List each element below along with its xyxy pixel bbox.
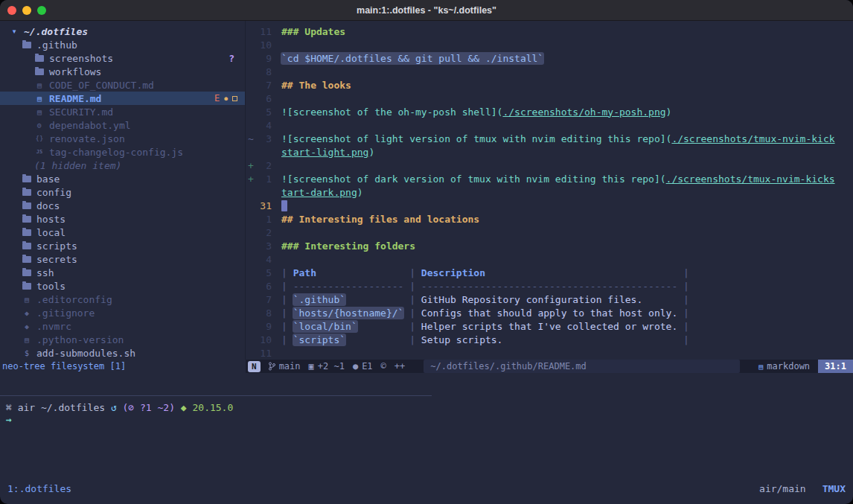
python-icon: ▤ (22, 336, 32, 344)
statusline-row: neo-tree filesystem [1] N main ▣ +2 ~1 ●… (0, 360, 853, 373)
buffer-line[interactable]: 2 (246, 226, 853, 239)
traffic-lights (0, 6, 46, 15)
line-number: 10 (255, 39, 272, 51)
line-text: start-light.png) (281, 147, 374, 158)
buffer-line[interactable]: start-light.png) (246, 145, 853, 159)
tree-item-python-version[interactable]: ▤.python-version (0, 333, 245, 346)
tree-item-add-submodules-sh[interactable]: $add-submodules.sh (0, 346, 245, 360)
buffer-line[interactable]: 11### Updates (246, 25, 853, 38)
tree-item-security-md[interactable]: ▤SECURITY.md (0, 105, 245, 118)
tree-item-code-of-conduct-md[interactable]: ▤CODE_OF_CONDUCT.md (0, 78, 245, 92)
buffer-line[interactable]: 8| `hosts/{hostname}/` | Configs that sh… (246, 306, 853, 319)
filetype-label: markdown (767, 361, 810, 371)
buffer-line[interactable]: 5![screenshot of the oh-my-posh shell](.… (246, 105, 853, 118)
tree-item-1-hidden-item[interactable]: (1 hidden item) (0, 159, 245, 172)
line-text: ### Updates (281, 26, 345, 37)
folder-icon (35, 68, 44, 75)
tree-item-label: .nvmrc (36, 321, 71, 332)
tree-item-base[interactable]: base (0, 172, 245, 185)
line-text: `cd $HOME/.dotfiles && git pull && ./ins… (281, 53, 543, 64)
folder-icon (22, 216, 31, 223)
cursor-position: 31:1 (818, 360, 853, 373)
tree-item-label: .github (36, 39, 77, 51)
folder-icon (22, 243, 32, 249)
tree-item-screenshots[interactable]: screenshots? (0, 51, 245, 65)
terminal-window: main:1:.dotfiles - "ks~/.dotfiles" ▾~/.d… (0, 0, 853, 504)
tree-item-config[interactable]: config (0, 185, 245, 199)
untracked-square-icon (232, 96, 237, 101)
tree-item-label: local (36, 227, 66, 238)
line-number: 6 (255, 281, 272, 292)
buffer-line[interactable]: 5| Path | Description | (246, 266, 853, 279)
tree-item-gitignore[interactable]: ◆.gitignore (0, 306, 245, 319)
tree-item-hosts[interactable]: hosts (0, 212, 245, 226)
gear-icon: ⚙ (34, 121, 45, 130)
tree-item-scripts[interactable]: scripts (0, 239, 245, 252)
buffer-line[interactable]: 10| `scripts` | Setup scripts. | (246, 333, 853, 346)
tree-item-label: ~/.dotfiles (24, 26, 88, 37)
tree-item-renovate-json[interactable]: {}renovate.json (0, 132, 245, 145)
tree-item-secrets[interactable]: secrets (0, 252, 245, 266)
line-number: 4 (255, 120, 272, 131)
line-text: ![screenshot of the oh-my-posh shell](./… (281, 106, 671, 118)
diagnostic-icon: ● (353, 361, 358, 371)
diagnostic-count: E1 (362, 361, 372, 371)
tree-item-label: secrets (36, 254, 77, 265)
diff-icon: ▣ (309, 361, 314, 371)
tree-item-editorconfig[interactable]: ▤.editorconfig (0, 293, 245, 306)
buffer-line[interactable]: 7| `.github` | GitHub Repository configu… (246, 293, 853, 306)
tree-item-github[interactable]: .github (0, 38, 245, 51)
tree-item-label: tools (36, 281, 66, 292)
buffer-line[interactable]: +1![screenshot of dark version of tmux w… (246, 172, 853, 185)
buffer-line[interactable]: 6| ------------------- | ---------------… (246, 279, 853, 293)
folder-icon (22, 256, 31, 263)
line-number: 4 (255, 254, 272, 265)
buffer-line[interactable]: 31 (246, 199, 853, 212)
buffer-line[interactable]: 4 (246, 118, 853, 132)
buffer-line[interactable]: tart-dark.png) (246, 185, 853, 199)
buffer-line[interactable]: 6 (246, 92, 853, 105)
folder-icon (22, 269, 32, 276)
folder-icon (22, 243, 31, 249)
tmux-window-label[interactable]: 1:.dotfiles (7, 483, 71, 494)
folder-icon (34, 55, 45, 62)
zoom-button[interactable] (37, 6, 46, 15)
folder-icon (22, 229, 32, 236)
buffer-line[interactable]: 11 (246, 346, 853, 360)
tree-item-readme-md[interactable]: ▤README.mdE● (0, 92, 245, 105)
js-icon: JS (34, 149, 45, 155)
buffer-line[interactable]: 9| `local/bin` | Helper scripts that I'v… (246, 319, 853, 333)
folder-icon (22, 269, 31, 276)
minimize-button[interactable] (22, 6, 31, 15)
editor-buffer[interactable]: 11### Updates109`cd $HOME/.dotfiles && g… (246, 21, 853, 360)
buffer-line[interactable]: 8 (246, 65, 853, 78)
tree-item-nvmrc[interactable]: ◆.nvmrc (0, 319, 245, 333)
tree-item-dependabot-yml[interactable]: ⚙dependabot.yml (0, 118, 245, 132)
buffer-line[interactable]: 9`cd $HOME/.dotfiles && git pull && ./in… (246, 51, 853, 65)
tree-item-tag-changelog-config-js[interactable]: JStag-changelog-config.js (0, 145, 245, 159)
tree-item-dotfiles[interactable]: ▾~/.dotfiles (0, 25, 245, 38)
buffer-line[interactable]: 4 (246, 252, 853, 266)
buffer-line[interactable]: 3### Interesting folders (246, 239, 853, 252)
markdown-icon: ▤ (758, 363, 763, 371)
line-text: ### Interesting folders (281, 240, 415, 252)
tree-item-local[interactable]: local (0, 226, 245, 239)
buffer-line[interactable]: 7## The looks (246, 78, 853, 92)
line-number: 11 (255, 348, 272, 359)
tree-item-workflows[interactable]: workflows (0, 65, 245, 78)
buffer-line[interactable]: +2 (246, 159, 853, 172)
close-button[interactable] (7, 6, 16, 15)
tree-item-docs[interactable]: docs (0, 199, 245, 212)
prompt-arrow[interactable]: → (6, 414, 12, 425)
buffer-line[interactable]: 1## Interesting files and locations (246, 212, 853, 226)
branch-icon (269, 362, 275, 371)
tree-item-ssh[interactable]: ssh (0, 266, 245, 279)
file-tree: ▾~/.dotfiles.githubscreenshots?workflows… (0, 25, 245, 360)
folder-icon (22, 189, 31, 196)
buffer-line[interactable]: 10 (246, 38, 853, 51)
prompt-segment-os: ⌘ (6, 402, 18, 413)
buffer-line[interactable]: ~3![screenshot of light version of tmux … (246, 132, 853, 145)
tree-item-tools[interactable]: tools (0, 279, 245, 293)
folder-icon (22, 42, 32, 48)
shell-pane[interactable]: ⌘ air ~/.dotfiles ↺ (⊘ ?1 ~2) ◆ 20.15.0 … (0, 373, 853, 483)
